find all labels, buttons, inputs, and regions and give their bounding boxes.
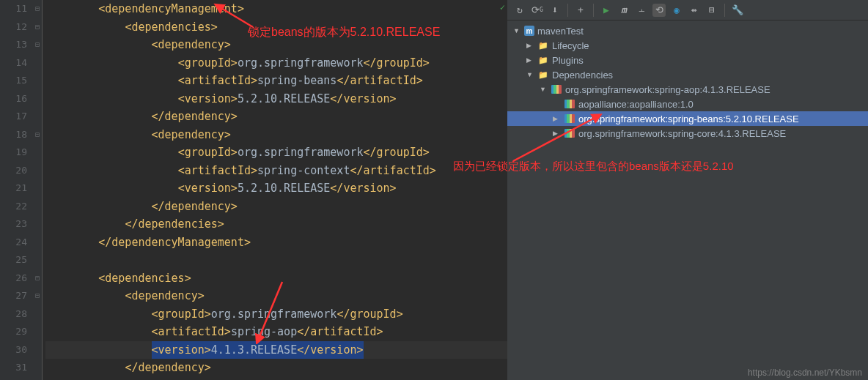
analysis-ok-icon: ✓	[500, 2, 505, 12]
expand-icon[interactable]: ⇹	[688, 4, 701, 17]
code-line[interactable]: <artifactId>spring-beans</artifactId>	[45, 72, 507, 90]
editor-pane: ✓ 11⊟12⊟13⊟1415161718⊟1920212223242526⊟2…	[0, 0, 507, 380]
generate-sources-icon[interactable]: ⟳G	[531, 4, 544, 17]
arrow-annotation-3	[510, 113, 605, 165]
tree-node-label: Dependencies	[552, 70, 613, 81]
tree-arrow-icon[interactable]: ▶	[526, 42, 535, 49]
code-line[interactable]: <version>5.2.10.RELEASE</version>	[45, 179, 507, 198]
tree-node[interactable]: ▼org.springframework:spring-aop:4.1.3.RE…	[507, 82, 868, 97]
tree-node-label: Plugins	[552, 55, 584, 66]
m-icon[interactable]: m	[617, 4, 630, 17]
line-number: 31	[0, 359, 42, 377]
settings-icon[interactable]: 🔧	[731, 4, 744, 17]
fold-icon[interactable]: ⊟	[35, 287, 40, 305]
arrow-annotation-2	[253, 278, 290, 344]
tree-node[interactable]: ▶📁Lifecycle	[507, 38, 868, 53]
line-number: 16	[0, 90, 42, 108]
separator	[724, 4, 725, 17]
skip-tests-icon[interactable]: ⫠	[635, 4, 648, 17]
line-number: 18⊟	[0, 126, 42, 144]
tree-root-label: mavenTest	[537, 26, 584, 37]
library-icon	[551, 83, 562, 95]
separator	[593, 4, 594, 17]
folder-icon: 📁	[537, 54, 549, 66]
line-number: 27⊟	[0, 287, 42, 305]
line-number: 22	[0, 198, 42, 216]
tree-arrow-icon[interactable]: ▼	[540, 86, 548, 93]
code-line[interactable]: <dependency>	[45, 126, 507, 144]
line-number: 20	[0, 162, 42, 180]
reload-icon[interactable]: ↻	[513, 4, 526, 17]
library-icon	[564, 98, 575, 110]
code-line[interactable]: <groupId>org.springframework</groupId>	[45, 144, 507, 162]
fold-icon[interactable]: ⊟	[35, 0, 40, 18]
tree-arrow-icon[interactable]: ▼	[526, 71, 535, 78]
code-line[interactable]: </dependency>	[45, 359, 507, 377]
tree-node-label: Lifecycle	[552, 40, 589, 51]
line-number: 23	[0, 215, 42, 234]
line-number: 13⊟	[0, 36, 42, 54]
line-number: 28	[0, 305, 42, 324]
download-icon[interactable]: ⬇	[548, 4, 562, 17]
maven-toolbar: ↻ ⟳G ⬇ + ▶ m ⫠ ⟲ ◉ ⇹ ⊟ 🔧	[507, 0, 868, 21]
annotation-lock-version: 锁定beans的版本为5.2.10.RELEASE	[248, 25, 440, 40]
line-number: 24	[0, 234, 42, 252]
code-line[interactable]: </dependencies>	[45, 215, 507, 234]
tree-node-label: org.springframework:spring-beans:5.2.10.…	[578, 113, 799, 124]
offline-icon[interactable]: ◉	[670, 4, 683, 17]
code-line[interactable]: <groupId>org.springframework</groupId>	[45, 54, 507, 72]
folder-icon: 📁	[537, 69, 549, 81]
tree-node[interactable]: ▼📁Dependencies	[507, 67, 868, 82]
line-number: 29	[0, 323, 42, 341]
run-icon[interactable]: ▶	[600, 4, 613, 17]
collapse-icon[interactable]: ⊟	[705, 4, 718, 17]
code-line[interactable]: <artifactId>spring-context</artifactId>	[45, 162, 507, 180]
folder-icon: 📁	[537, 40, 549, 51]
svg-line-1	[220, 7, 253, 27]
svg-line-5	[513, 117, 596, 161]
maven-panel: ↻ ⟳G ⬇ + ▶ m ⫠ ⟲ ◉ ⇹ ⊟ 🔧 ▼ m mavenTest ▶…	[507, 0, 868, 380]
line-number: 21	[0, 179, 42, 198]
tree-root[interactable]: ▼ m mavenTest	[507, 23, 868, 38]
line-number: 14	[0, 54, 42, 72]
line-number: 17	[0, 108, 42, 126]
expand-arrow-icon[interactable]: ▼	[513, 27, 522, 34]
tree-node-label: org.springframework:spring-aop:4.1.3.REL…	[565, 84, 770, 95]
code-line[interactable]: <dependencyManagement>	[45, 0, 507, 18]
tree-node-label: org.springframework:spring-core:4.1.3.RE…	[578, 128, 786, 139]
svg-line-3	[259, 282, 282, 338]
tree-arrow-icon[interactable]: ▶	[526, 56, 535, 64]
code-line[interactable]: <version>5.2.10.RELEASE</version>	[45, 90, 507, 108]
watermark: https://blog.csdn.net/YKbsmn	[748, 368, 862, 378]
line-number: 15	[0, 72, 42, 90]
line-number: 12⊟	[0, 18, 42, 37]
line-number: 26⊟	[0, 269, 42, 288]
add-icon[interactable]: +	[574, 4, 587, 17]
code-line[interactable]: </dependency>	[45, 108, 507, 126]
cycle-icon[interactable]: ⟲	[652, 4, 666, 17]
separator	[567, 4, 568, 17]
line-number: 19	[0, 144, 42, 162]
maven-project-icon: m	[524, 26, 534, 36]
annotation-locked-version: 因为已经锁定版本，所以这里包含的beans版本还是5.2.10	[453, 160, 734, 174]
fold-icon[interactable]: ⊟	[35, 36, 40, 54]
fold-icon[interactable]: ⊟	[35, 269, 40, 288]
fold-icon[interactable]: ⊟	[35, 18, 40, 37]
tree-node[interactable]: ▶📁Plugins	[507, 53, 868, 67]
code-line[interactable]	[45, 251, 507, 269]
tree-node-label: aopalliance:aopalliance:1.0	[578, 99, 694, 110]
gutter: 11⊟12⊟13⊟1415161718⊟1920212223242526⊟27⊟…	[0, 0, 43, 380]
fold-icon[interactable]: ⊟	[35, 126, 40, 144]
line-number: 11⊟	[0, 0, 42, 18]
code-line[interactable]: </dependency>	[45, 198, 507, 216]
line-number: 30	[0, 341, 42, 359]
tree-node[interactable]: aopalliance:aopalliance:1.0	[507, 97, 868, 111]
line-number: 25	[0, 251, 42, 269]
code-line[interactable]: </dependencyManagement>	[45, 234, 507, 252]
